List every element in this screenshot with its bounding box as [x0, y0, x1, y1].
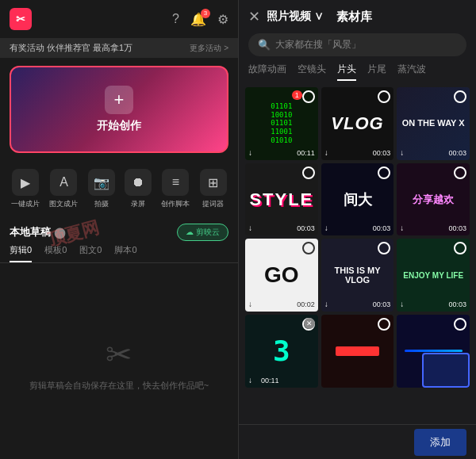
top-icons: ? 🔔 3 ⚙ — [172, 12, 228, 27]
grid-item-jian[interactable]: 间大 ↓ 00:03 — [321, 163, 394, 236]
media-dropdown[interactable]: 照片视频 ∨ — [267, 10, 324, 24]
grid-item-vlog[interactable]: VLOG ↓ 00:03 — [321, 87, 394, 160]
cat-fault[interactable]: 故障动画 — [248, 63, 286, 81]
clips-label: 一键成片 — [11, 199, 40, 209]
right-panel: ✕ 照片视频 ∨ 素材库 🔍 大家都在搜「风景」 故障动画 空镜头 片头 片尾 … — [238, 0, 476, 459]
download-icon-style: ↓ — [248, 224, 252, 232]
search-placeholder: 大家都在搜「风景」 — [275, 38, 361, 52]
shoot-label: 拍摄 — [94, 199, 109, 209]
tab-script[interactable]: 脚本0 — [114, 244, 136, 262]
corner-highlight — [422, 353, 470, 388]
duration-vlog: 00:03 — [373, 149, 391, 157]
select-radio-share[interactable] — [454, 166, 466, 179]
empty-state: ✂ 剪辑草稿会自动保存在这里，快去创作作品吧~ — [0, 270, 238, 459]
num3-text: 3 — [273, 335, 290, 367]
cloud-button[interactable]: ☁ 剪映云 — [177, 224, 228, 241]
tab-template[interactable]: 模板0 — [44, 244, 67, 262]
close-button[interactable]: ✕ — [248, 8, 260, 25]
quick-action-script[interactable]: ≡ 创作脚本 — [161, 169, 190, 209]
duration-matrix: 00:11 — [297, 149, 315, 157]
select-radio-go[interactable] — [302, 242, 315, 254]
promo-bar: 有奖活动 伙伴推荐官 最高拿1万 更多活动 > — [0, 38, 238, 58]
notification-icon[interactable]: 🔔 3 — [190, 12, 206, 27]
clips-icon: ▶ — [12, 169, 39, 196]
duration-style: 00:03 — [297, 224, 315, 232]
select-radio-jian[interactable] — [378, 166, 390, 179]
tab-phototext[interactable]: 图文0 — [79, 244, 102, 262]
quick-actions: ▶ 一键成片 A 图文成片 📷 拍摄 ⏺ 录屏 ≡ 创作脚本 ⊞ 提词器 — [0, 161, 238, 217]
grid-item-enjoy[interactable]: ENJOY MY LIFE ↓ 00:03 — [397, 239, 470, 312]
create-plus-icon: + — [105, 86, 133, 114]
duration-num3: 00:11 — [261, 377, 279, 384]
enjoy-text: ENJOY MY LIFE — [403, 271, 463, 280]
badge-1: 1 — [292, 90, 302, 100]
empty-text: 剪辑草稿会自动保存在这里，快去创作作品吧~ — [29, 379, 209, 392]
vlog2-text: THIS IS MY VLOG — [321, 266, 394, 285]
num3-thumb: 3 ✕ ↓ 00:11 — [245, 315, 318, 388]
quick-action-shoot[interactable]: 📷 拍摄 — [88, 169, 115, 209]
grid-item-share[interactable]: 分享越欢 ↓ 00:03 — [397, 163, 470, 236]
promo-more[interactable]: 更多活动 > — [190, 43, 228, 54]
cat-steam[interactable]: 蒸汽波 — [397, 63, 426, 81]
onway-text: ON THE WAY X — [402, 118, 465, 128]
go-text: GO — [264, 262, 299, 288]
battery-bar — [336, 346, 379, 356]
select-radio-onway[interactable] — [454, 90, 466, 103]
download-icon-go: ↓ — [248, 300, 252, 308]
cat-intro[interactable]: 片头 — [337, 63, 356, 81]
select-radio-style[interactable] — [302, 166, 315, 179]
top-bar: ✂ ? 🔔 3 ⚙ — [0, 0, 238, 38]
prompter-icon: ⊞ — [200, 169, 227, 196]
grid-item-num3[interactable]: 3 ✕ ↓ 00:11 — [245, 315, 318, 388]
duration-share: 00:03 — [448, 224, 466, 232]
add-button[interactable]: 添加 — [414, 429, 466, 456]
phototext-icon: A — [50, 169, 77, 196]
quick-action-clips[interactable]: ▶ 一键成片 — [11, 169, 40, 209]
grid-item-battery[interactable] — [321, 315, 394, 388]
search-bar[interactable]: 🔍 大家都在搜「风景」 — [248, 33, 466, 56]
download-icon-jian: ↓ — [324, 224, 328, 232]
cat-outro[interactable]: 片尾 — [367, 63, 386, 81]
cat-empty[interactable]: 空镜头 — [298, 63, 326, 81]
edit-tabs: 剪辑0 模板0 图文0 脚本0 — [0, 244, 238, 263]
phototext-label: 图文成片 — [49, 199, 78, 209]
section-title-text: 本地草稿 — [10, 225, 51, 239]
grid-container: 0110110010011011100101010 1 ↓ 00:11 VLOG… — [239, 87, 476, 424]
blue-line — [405, 350, 463, 352]
search-icon: 🔍 — [258, 39, 271, 51]
select-radio-matrix[interactable] — [302, 90, 315, 103]
download-icon-vlog: ↓ — [324, 148, 328, 157]
grid-item-style[interactable]: STYLE ↓ 00:03 — [245, 163, 318, 236]
library-title: 素材库 — [336, 10, 372, 25]
quick-action-phototext[interactable]: A 图文成片 — [49, 169, 78, 209]
category-tabs: 故障动画 空镜头 片头 片尾 蒸汽波 — [239, 63, 476, 81]
grid-item-go[interactable]: GO ↓ 00:02 — [245, 239, 318, 312]
draft-arrow-icon: ⬤ — [54, 227, 66, 239]
duration-jian: 00:03 — [373, 224, 391, 232]
promo-text: 有奖活动 伙伴推荐官 最高拿1万 — [10, 42, 132, 54]
quick-action-prompter[interactable]: ⊞ 提词器 — [200, 169, 227, 209]
settings-icon[interactable]: ⚙ — [217, 12, 228, 27]
shoot-icon: 📷 — [88, 169, 115, 196]
help-icon[interactable]: ? — [172, 12, 179, 26]
download-icon-share: ↓ — [400, 224, 404, 232]
duration-onway: 00:03 — [448, 149, 466, 157]
section-header: 本地草稿 ⬤ ☁ 剪映云 — [0, 217, 238, 244]
record-label: 录屏 — [131, 199, 145, 209]
delete-icon[interactable]: ✕ — [304, 318, 315, 329]
create-banner[interactable]: + 开始创作 — [10, 66, 228, 153]
grid-item-matrix[interactable]: 0110110010011011100101010 1 ↓ 00:11 — [245, 87, 318, 160]
bottom-bar: 添加 — [239, 424, 476, 459]
app-logo: ✂ — [10, 8, 32, 30]
script-label: 创作脚本 — [161, 199, 190, 209]
quick-action-record[interactable]: ⏺ 录屏 — [125, 169, 152, 209]
grid-item-onway[interactable]: ON THE WAY X ↓ 00:03 — [397, 87, 470, 160]
grid-item-blue[interactable] — [397, 315, 470, 388]
left-panel: ✂ ? 🔔 3 ⚙ 有奖活动 伙伴推荐官 最高拿1万 更多活动 > + 开始创作… — [0, 0, 238, 459]
tab-edit[interactable]: 剪辑0 — [10, 244, 32, 262]
grid-item-vlog2[interactable]: THIS IS MY VLOG ↓ 00:03 — [321, 239, 394, 312]
duration-go: 00:02 — [297, 300, 315, 308]
notification-badge: 3 — [201, 9, 210, 18]
download-icon-num3: ↓ — [248, 376, 252, 384]
select-radio-blue[interactable] — [454, 318, 466, 331]
